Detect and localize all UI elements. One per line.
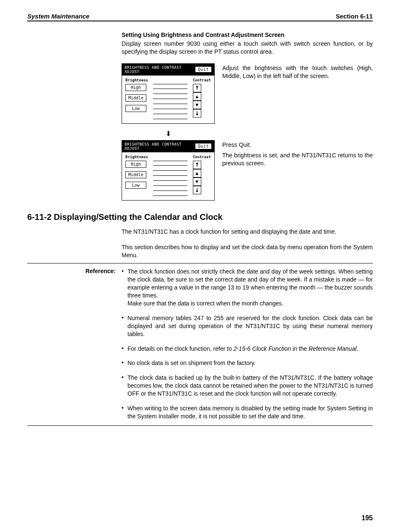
brightness-label: Brightness <box>125 78 148 82</box>
bullet-text: The clock function does not strictly che… <box>127 268 373 307</box>
page: System Maintenance Section 6-11 Setting … <box>0 0 400 532</box>
arrow-bottom-icon[interactable]: ⤓ <box>193 186 201 194</box>
list-item: • Numeral memory tables 247 to 255 are r… <box>122 314 373 338</box>
figure-caption-1: Adjust the brightness with the touch swi… <box>222 63 373 80</box>
bullet-icon: • <box>122 314 127 338</box>
procedure-heading: Setting Using Brightness and Contrast Ad… <box>122 31 373 38</box>
arrow-bottom-icon[interactable]: ⤓ <box>193 109 201 117</box>
high-button[interactable]: High <box>125 84 146 91</box>
contrast-label: Contrast <box>193 78 211 82</box>
brightness-screen-1: BRIGHTNESS AND CONTRAST ADJUST Quit Brig… <box>122 63 215 124</box>
subsection-heading: 6-11-2 Displaying/Setting the Calendar a… <box>27 212 373 222</box>
screen-body: Brightness High Middle Low Contrast ⤒ <box>122 152 214 200</box>
contrast-column: Contrast ⤒ ▲ ▼ ⤓ <box>193 155 211 196</box>
low-button[interactable]: Low <box>125 182 146 189</box>
list-item: • The clock function does not strictly c… <box>122 268 373 307</box>
arrow-down-icon[interactable]: ▼ <box>193 101 201 109</box>
screen-title-bar: BRIGHTNESS AND CONTRAST ADJUST Quit <box>122 64 214 76</box>
brightness-label: Brightness <box>125 155 148 159</box>
bullet-icon: • <box>122 359 127 367</box>
reference-block: Reference: • The clock function does not… <box>27 263 373 425</box>
quit-button[interactable]: Quit <box>195 143 212 149</box>
middle-button[interactable]: Middle <box>125 94 146 102</box>
bullet-text: For details on the clock function, refer… <box>127 345 373 353</box>
procedure-block: Setting Using Brightness and Contrast Ad… <box>122 31 373 56</box>
procedure-intro: Display screen number 9030 using either … <box>122 40 373 56</box>
level-bars <box>153 84 187 119</box>
screen-body: Brightness High Middle Low Contrast ⤒ <box>122 76 214 123</box>
high-button[interactable]: High <box>125 161 146 168</box>
reference-content: • The clock function does not strictly c… <box>122 268 373 420</box>
arrow-top-icon[interactable]: ⤒ <box>193 161 201 169</box>
down-arrow-icon: ⬇ <box>122 130 215 138</box>
contrast-column: Contrast ⤒ ▲ ▼ ⤓ <box>193 78 211 119</box>
header-left: System Maintenance <box>27 13 89 20</box>
arrow-top-icon[interactable]: ⤒ <box>193 84 201 92</box>
quit-button[interactable]: Quit <box>195 66 212 73</box>
bullet-icon: • <box>122 268 127 307</box>
brightness-screen-2: BRIGHTNESS AND CONTRAST ADJUST Quit Brig… <box>122 140 215 201</box>
bullet-text: The clock data is backed up by the built… <box>127 374 373 398</box>
intro-para-1: The NT31/NT31C has a clock function for … <box>122 228 373 236</box>
brightness-column: Brightness High Middle Low <box>125 155 148 196</box>
figure-row-1: BRIGHTNESS AND CONTRAST ADJUST Quit Brig… <box>122 63 373 124</box>
list-item: • No clock data is set on shipment from … <box>122 359 373 367</box>
bullet-icon: • <box>122 404 127 420</box>
screen-title: BRIGHTNESS AND CONTRAST ADJUST <box>125 65 195 74</box>
arrow-up-icon[interactable]: ▲ <box>193 92 201 101</box>
bullet-icon: • <box>122 374 127 398</box>
list-item: • The clock data is backed up by the bui… <box>122 374 373 398</box>
arrow-down-icon[interactable]: ▼ <box>193 177 201 186</box>
caption-line-a: Press Quit. <box>222 141 373 149</box>
figure-row-2: BRIGHTNESS AND CONTRAST ADJUST Quit Brig… <box>122 140 373 201</box>
reference-label: Reference: <box>27 268 122 420</box>
page-number: 195 <box>361 514 373 522</box>
intro-para-2: This section describes how to display an… <box>122 243 373 259</box>
bullet-icon: • <box>122 345 127 353</box>
middle-button[interactable]: Middle <box>125 171 146 178</box>
bullet-text: Numeral memory tables 247 to 255 are res… <box>127 314 373 338</box>
list-item: • When writing to the screen data memory… <box>122 404 373 420</box>
figure-caption-2: Press Quit. The brightness is set, and t… <box>222 140 373 167</box>
bullet-text: No clock data is set on shipment from th… <box>127 359 373 367</box>
list-item: • For details on the clock function, ref… <box>122 345 373 353</box>
low-button[interactable]: Low <box>125 105 146 112</box>
caption-line-b: The brightness is set, and the NT31/NT31… <box>222 151 373 167</box>
brightness-column: Brightness High Middle Low <box>125 78 148 119</box>
header-section: Section 6-11 <box>336 13 373 20</box>
bullet-text: When writing to the screen data memory i… <box>127 404 373 420</box>
page-header: System Maintenance Section 6-11 <box>27 13 373 21</box>
arrow-up-icon[interactable]: ▲ <box>193 169 201 177</box>
screen-title-bar: BRIGHTNESS AND CONTRAST ADJUST Quit <box>122 141 214 152</box>
screen-title: BRIGHTNESS AND CONTRAST ADJUST <box>125 142 195 151</box>
contrast-label: Contrast <box>193 155 211 159</box>
level-bars <box>153 161 187 196</box>
